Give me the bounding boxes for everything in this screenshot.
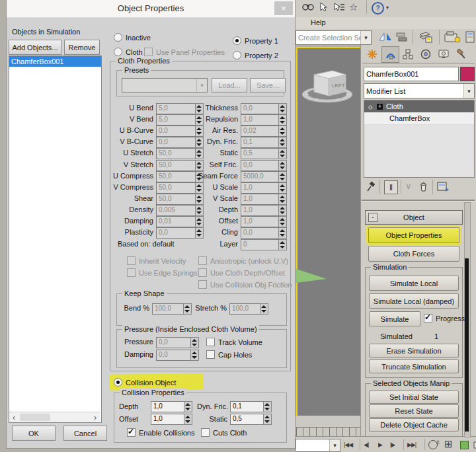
checkbox[interactable] xyxy=(198,268,207,277)
rollout-scrollbar[interactable] xyxy=(464,202,471,437)
object-name-field[interactable]: ChamferBox001 xyxy=(364,67,459,81)
stack-item-chamferbox[interactable]: ChamferBox xyxy=(364,112,474,125)
reset-state-button[interactable]: Reset State xyxy=(369,404,459,418)
combo-arrow-icon[interactable]: ▾ xyxy=(463,84,474,98)
spinner-icon[interactable] xyxy=(184,414,192,425)
selection-set-combo[interactable]: Create Selection Se ▾ xyxy=(296,30,372,45)
set-initial-state-button[interactable]: Set Initial State xyxy=(369,391,459,404)
show-end-result-icon[interactable]: ‖ xyxy=(384,180,398,194)
cloth-radio[interactable]: Cloth xyxy=(114,48,143,56)
timeline-ruler[interactable] xyxy=(296,427,362,436)
checkbox[interactable] xyxy=(198,280,207,289)
truncate-simulation-button[interactable]: Truncate Simulation xyxy=(369,359,459,373)
rollout-object-header[interactable]: - Object xyxy=(365,210,463,225)
cuts-cloth-checkbox[interactable]: Cuts Cloth xyxy=(201,428,247,437)
prev-frame-icon[interactable]: ◀| xyxy=(364,441,368,448)
combo-arrow-icon[interactable]: ▾ xyxy=(360,31,371,44)
add-objects-button[interactable]: Add Objects... xyxy=(9,40,61,55)
checkbox[interactable] xyxy=(201,428,210,437)
find-icon[interactable] xyxy=(301,2,315,13)
checkbox[interactable] xyxy=(198,256,207,265)
checkbox[interactable] xyxy=(127,428,136,437)
spinner-icon[interactable] xyxy=(278,137,287,148)
presets-dropdown[interactable]: ▾ xyxy=(122,78,208,93)
spinner-icon[interactable] xyxy=(278,182,287,194)
menu-help[interactable]: Help xyxy=(311,19,326,26)
anisotropic-checkbox[interactable]: Anisotropic (unlock U,V) xyxy=(198,256,288,265)
close-icon[interactable]: × xyxy=(274,1,293,15)
play-icon[interactable]: ▶ xyxy=(378,441,382,448)
param-field[interactable]: 0,0 xyxy=(241,160,282,171)
select-cursor-icon[interactable] xyxy=(319,2,329,13)
progress-checkbox[interactable]: Progress xyxy=(424,314,465,322)
property2-radio[interactable]: Property 2 xyxy=(233,51,278,59)
spinner-icon[interactable] xyxy=(278,205,287,216)
radio[interactable] xyxy=(233,51,241,59)
load-button[interactable]: Load... xyxy=(212,78,247,93)
inherit-velocity-checkbox[interactable]: Inherit Velocity xyxy=(127,256,186,265)
param-field[interactable]: 1,0 xyxy=(241,182,282,194)
bend-field[interactable]: 100,0 xyxy=(152,303,187,315)
radio[interactable] xyxy=(233,36,241,45)
spinner-icon[interactable] xyxy=(278,239,287,250)
remove-modifier-icon[interactable] xyxy=(418,181,428,193)
damping-field[interactable]: 0,0 xyxy=(156,350,194,361)
stack-item-cloth[interactable]: ☼ + Cloth xyxy=(364,100,474,112)
scrollbar-thumb[interactable] xyxy=(465,258,469,432)
layer-manager-icon[interactable] xyxy=(418,31,434,44)
isolate-icon[interactable] xyxy=(473,439,476,449)
use-panel-properties-checkbox[interactable]: Use Panel Properties xyxy=(144,48,225,56)
checkbox[interactable] xyxy=(127,268,136,277)
tab-utilities[interactable] xyxy=(453,46,469,61)
spinner-icon[interactable] xyxy=(278,227,287,239)
param-field[interactable]: 1,0 xyxy=(241,205,282,216)
layer-field[interactable]: 0 xyxy=(241,239,282,250)
simulate-local-damped-button[interactable]: Simulate Local (damped) xyxy=(369,293,459,309)
spinner-icon[interactable] xyxy=(263,414,272,425)
scrollbar-thumb[interactable] xyxy=(20,414,50,421)
spinner-icon[interactable] xyxy=(263,401,272,412)
spinner-icon[interactable] xyxy=(278,103,287,114)
use-edge-springs-checkbox[interactable]: Use Edge Springs xyxy=(127,268,198,277)
delete-object-cache-button[interactable]: Delete Object Cache xyxy=(369,418,459,432)
track-volume-checkbox[interactable]: Track Volume xyxy=(206,338,262,346)
cancel-button[interactable]: Cancel xyxy=(63,426,107,441)
dyn-fric-field[interactable]: 0,1 xyxy=(230,401,267,412)
cap-holes-checkbox[interactable]: Cap Holes xyxy=(206,350,252,359)
object-color-swatch[interactable] xyxy=(460,67,475,81)
spinner-icon[interactable] xyxy=(278,194,287,205)
scroll-right-icon[interactable]: › xyxy=(91,413,100,422)
tab-create[interactable] xyxy=(364,46,380,61)
spinner-icon[interactable] xyxy=(190,337,199,348)
spinner-icon[interactable] xyxy=(278,114,287,126)
combo-arrow-icon[interactable]: ▾ xyxy=(329,439,340,451)
make-unique-icon[interactable]: ∨ xyxy=(405,181,412,191)
maximize-viewport-icon[interactable] xyxy=(460,441,469,449)
objects-list[interactable]: ChamferBox001 ‹ › xyxy=(9,56,102,423)
param-field[interactable]: 5000,0 xyxy=(241,171,282,182)
ok-button[interactable]: OK xyxy=(12,426,56,441)
viewport-layout-icon[interactable]: ⊞ xyxy=(444,438,453,450)
spinner-icon[interactable] xyxy=(278,216,287,227)
visibility-bulb-icon[interactable]: ☼ xyxy=(367,102,374,110)
param-field[interactable]: 1,0 xyxy=(241,194,282,205)
radio[interactable] xyxy=(114,48,122,56)
help-caret-icon[interactable]: ▾ xyxy=(386,5,389,11)
expand-icon[interactable]: + xyxy=(377,104,383,110)
render-setup-icon[interactable] xyxy=(444,31,461,44)
simulate-local-button[interactable]: Simulate Local xyxy=(369,276,459,291)
param-field[interactable]: 1,0 xyxy=(241,216,282,227)
modifier-list-dropdown[interactable]: Modifier List ▾ xyxy=(364,83,475,98)
checkbox[interactable] xyxy=(144,48,153,56)
spinner-icon[interactable] xyxy=(260,303,268,315)
list-item[interactable]: ChamferBox001 xyxy=(9,56,101,67)
erase-simulation-button[interactable]: Erase Simulation xyxy=(369,344,459,358)
scroll-left-icon[interactable]: ‹ xyxy=(9,413,19,422)
horizontal-scrollbar[interactable]: ‹ › xyxy=(9,412,100,422)
mirror-icon[interactable] xyxy=(378,31,393,43)
collapse-icon[interactable]: - xyxy=(368,213,377,222)
spinner-icon[interactable] xyxy=(278,160,287,171)
param-field[interactable]: 0,0 xyxy=(241,103,282,114)
spinner-icon[interactable] xyxy=(183,303,192,315)
use-collision-obj-friction-checkbox[interactable]: Use Collision Obj Friction xyxy=(198,280,292,289)
